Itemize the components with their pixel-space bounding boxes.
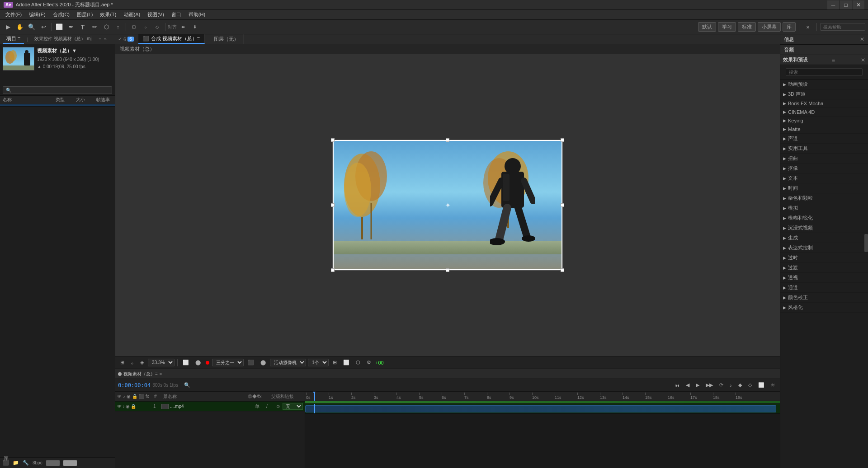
layer-lock-1[interactable]: 🔒 xyxy=(131,404,136,409)
tab-layer[interactable]: 图层（无） xyxy=(209,34,244,44)
vt-camera-select[interactable]: 活动摄像机 xyxy=(270,359,306,366)
vt-grid[interactable]: ⊞ xyxy=(118,359,127,366)
handle-tc[interactable] xyxy=(446,138,449,142)
vt-3d[interactable]: ◈ xyxy=(138,359,146,366)
menu-edit[interactable]: 编辑(E) xyxy=(25,10,49,19)
vt-btn-3[interactable]: ⬡ xyxy=(354,359,363,366)
handle-bc[interactable] xyxy=(446,268,449,272)
file-row-comp[interactable]: ⬛ ... (总) 合成 25 🔒 xyxy=(0,104,115,106)
workspace-small[interactable]: 小屏幕 xyxy=(758,22,781,32)
effect-group-perspective[interactable]: ▶ 透视 xyxy=(780,273,868,283)
vt-render[interactable]: ⬛ xyxy=(245,359,256,366)
vt-btn-4[interactable]: ⚙ xyxy=(364,359,373,366)
effect-group-text[interactable]: ▶ 文本 xyxy=(780,173,868,183)
maximize-button[interactable]: □ xyxy=(840,0,852,9)
effect-group-transition[interactable]: ▶ 过渡 xyxy=(780,263,868,273)
tl-power-icon[interactable] xyxy=(118,372,122,376)
effect-group-distort[interactable]: ▶ 扭曲 xyxy=(780,154,868,164)
tl-audio[interactable]: ♪ xyxy=(727,382,735,389)
check-icon[interactable]: ✓ xyxy=(118,36,122,42)
vt-mask[interactable]: ⬦ xyxy=(128,359,136,366)
vt-zoom-select[interactable]: 33.3% 50% 100% xyxy=(148,359,175,366)
tool-pen[interactable]: ✒ xyxy=(66,22,76,33)
panel-expand-btn[interactable]: » xyxy=(104,37,107,42)
close-button[interactable]: ✕ xyxy=(853,0,864,9)
handle-tl[interactable] xyxy=(331,138,335,142)
effect-group-time[interactable]: ▶ 时间 xyxy=(780,183,868,193)
menu-animation[interactable]: 动画(A) xyxy=(120,10,144,19)
timeline-layer-row-1[interactable]: 👁 ♪ ◉ 🔒 1 ....mp4 单 / ⊙ xyxy=(115,402,305,412)
viewer-area[interactable]: ✦ xyxy=(115,54,780,356)
effects-menu-icon[interactable]: ≡ xyxy=(832,57,835,63)
tab-composition[interactable]: ⬛ 合成 视频素材（总）= xyxy=(138,34,205,44)
tab-effect-controls[interactable]: 效果控件 视频素材（总）.mj xyxy=(31,35,95,44)
titlebar-controls[interactable]: ─ □ ✕ xyxy=(827,0,864,9)
color-swatch[interactable] xyxy=(46,460,60,466)
effect-group-blur[interactable]: ▶ 模糊和锐化 xyxy=(780,213,868,223)
effects-search-input[interactable] xyxy=(786,68,863,76)
tab-project[interactable]: 项目 = xyxy=(3,34,24,44)
tool-puppet[interactable]: ↑ xyxy=(113,22,123,33)
effect-group-keying[interactable]: ▶ Keying xyxy=(780,117,868,125)
menu-view[interactable]: 视图(V) xyxy=(144,10,168,19)
effect-group-boris[interactable]: ▶ Boris FX Mocha xyxy=(780,99,868,108)
tool-text[interactable]: T xyxy=(77,22,88,33)
toolbar-expand[interactable]: » xyxy=(802,22,813,33)
effect-group-animation[interactable]: ▶ 动画预设 xyxy=(780,80,868,89)
effect-group-obsolete[interactable]: ▶ 过时 xyxy=(780,253,868,263)
tool-select[interactable]: ▶ xyxy=(3,22,14,33)
align-btn-2[interactable]: ⬍ xyxy=(189,22,200,33)
tool-extra-2[interactable]: ⬦ xyxy=(140,22,151,33)
layer-audio-1[interactable]: ♪ xyxy=(123,404,125,409)
effect-group-generate[interactable]: ▶ 生成 xyxy=(780,233,868,243)
effect-group-colorcorrect[interactable]: ▶ 颜色校正 xyxy=(780,293,868,303)
effect-group-keying2[interactable]: ▶ 抠像 xyxy=(780,164,868,173)
vt-thirds-select[interactable]: 三分之一 二分之一 完整 xyxy=(212,359,244,366)
tool-clone[interactable]: ⬡ xyxy=(101,22,112,33)
panel-menu-icon[interactable]: 6 xyxy=(123,37,126,42)
handle-bl[interactable] xyxy=(331,268,335,272)
effect-group-stylize[interactable]: ▶ 风格化 xyxy=(780,303,868,313)
tool-extra-1[interactable]: ⊡ xyxy=(128,22,139,33)
effect-group-cinema4d[interactable]: ▶ CINEMA 4D xyxy=(780,108,868,117)
tl-prev-frame[interactable]: ◀ xyxy=(684,381,692,389)
tl-play[interactable]: ▶ xyxy=(693,381,702,389)
effects-close-icon[interactable]: ✕ xyxy=(861,57,865,63)
vt-guide[interactable]: ⬤ xyxy=(193,359,203,366)
tool-hand[interactable]: ✋ xyxy=(14,22,25,33)
track-bar-comp[interactable] xyxy=(305,401,780,403)
add-folder-icon[interactable]: 📁 xyxy=(13,460,19,466)
effect-group-3d[interactable]: ▶ 3D 声道 xyxy=(780,89,868,99)
vt-aspect[interactable]: ⬜ xyxy=(180,359,191,366)
align-btn[interactable]: ⬌ xyxy=(178,22,189,33)
effect-group-channel[interactable]: ▶ 通道 xyxy=(780,283,868,293)
vt-view-select[interactable]: 1个 2个 4个 xyxy=(308,359,329,366)
layer-eye-1[interactable]: 👁 xyxy=(117,404,122,409)
tool-brush[interactable]: ✏ xyxy=(89,22,100,33)
tl-motion-blur[interactable]: ≋ xyxy=(769,381,777,389)
bit-depth[interactable]: 8bpc xyxy=(33,460,42,465)
menu-file[interactable]: 文件(F) xyxy=(2,10,25,19)
tl-goto-start[interactable]: ⏮ xyxy=(672,382,682,389)
tl-loop[interactable]: ⟳ xyxy=(717,381,726,389)
workspace-default[interactable]: 默认 xyxy=(698,22,716,32)
info-close[interactable]: ✕ xyxy=(860,36,864,42)
layer-fx-1[interactable]: / xyxy=(266,404,274,409)
layer-parent-select-1[interactable]: 无 xyxy=(283,403,303,410)
search-help-input[interactable] xyxy=(820,23,865,31)
menu-layer[interactable]: 图层(L) xyxy=(73,10,96,19)
handle-mr[interactable] xyxy=(561,203,564,207)
timeline-panel-title[interactable]: 视频素材（总）= xyxy=(123,371,158,377)
effect-group-matte[interactable]: ▶ Matte xyxy=(780,125,868,134)
color-swatch-2[interactable] xyxy=(63,460,77,466)
effects-scrollbar-thumb[interactable] xyxy=(864,234,868,252)
timeline-current-time[interactable]: 0:00:00:04 xyxy=(118,382,151,388)
vt-btn-2[interactable]: ⬜ xyxy=(341,359,352,366)
menu-window[interactable]: 窗口 xyxy=(168,10,185,19)
handle-tr[interactable] xyxy=(561,138,564,142)
effect-group-immersive[interactable]: ▶ 沉浸式视频 xyxy=(780,223,868,233)
tl-add-keyframe[interactable]: ◇ xyxy=(746,381,754,389)
menu-effect[interactable]: 效果(T) xyxy=(96,10,120,19)
menu-help[interactable]: 帮助(H) xyxy=(185,10,209,19)
effect-group-expression[interactable]: ▶ 表达式控制 xyxy=(780,243,868,253)
